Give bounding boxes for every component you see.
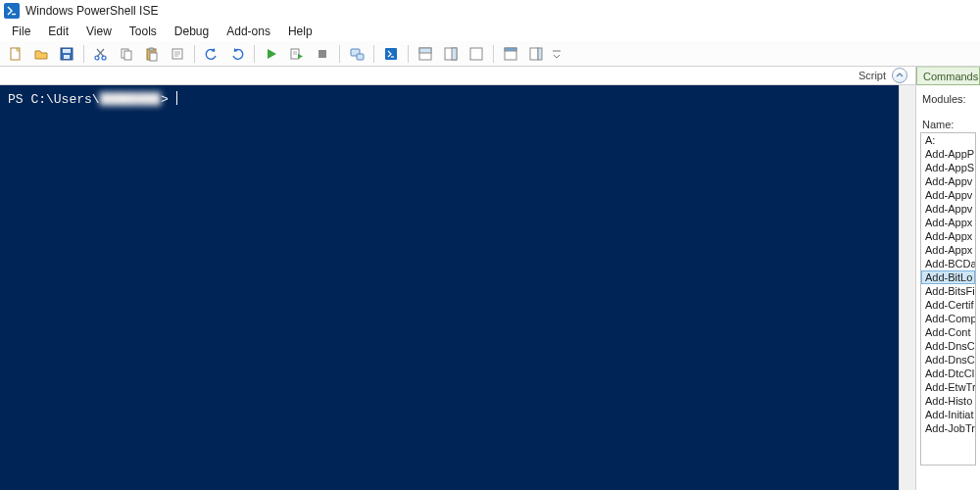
svg-rect-33 xyxy=(530,48,538,60)
svg-point-8 xyxy=(102,56,106,60)
layout-right-button[interactable] xyxy=(439,43,463,65)
toolbar-overflow-button[interactable] xyxy=(550,43,564,65)
svg-rect-34 xyxy=(538,48,542,60)
command-list-item[interactable]: Add-BCDa xyxy=(921,257,975,270)
svg-rect-21 xyxy=(318,50,326,58)
toolbar xyxy=(0,41,980,67)
run-selection-button[interactable] xyxy=(285,43,309,65)
cut-button[interactable] xyxy=(89,43,113,65)
command-list-item[interactable]: Add-Comp xyxy=(921,312,975,325)
toolbar-separator xyxy=(194,45,195,63)
command-list-item[interactable]: Add-Certif xyxy=(921,298,975,312)
new-file-button[interactable] xyxy=(4,43,27,65)
svg-rect-30 xyxy=(470,48,482,60)
show-command-window-button[interactable] xyxy=(499,43,522,65)
stop-button[interactable] xyxy=(311,43,334,65)
toolbar-separator xyxy=(339,45,340,63)
svg-rect-27 xyxy=(419,48,431,53)
command-list-item[interactable]: Add-Histo xyxy=(921,394,975,408)
command-list-item[interactable]: Add-DnsC xyxy=(921,353,975,367)
layout-top-button[interactable] xyxy=(414,43,437,65)
command-list-item[interactable]: Add-AppP xyxy=(921,147,975,161)
command-list-item[interactable]: A: xyxy=(921,133,975,147)
menu-tools[interactable]: Tools xyxy=(122,23,165,40)
save-button[interactable] xyxy=(55,43,78,65)
svg-rect-13 xyxy=(150,53,157,61)
run-script-button[interactable] xyxy=(260,43,283,65)
command-list-item[interactable]: Add-Appx xyxy=(921,216,975,229)
console-caret xyxy=(176,91,177,105)
commands-tab-label: Commands xyxy=(923,71,978,82)
copy-button[interactable] xyxy=(115,43,138,65)
command-list-item[interactable]: Add-BitsFi xyxy=(921,284,975,298)
command-list-item[interactable]: Add-JobTr xyxy=(921,421,975,435)
toolbar-separator xyxy=(373,45,374,63)
command-list-item[interactable]: Add-Appx xyxy=(921,243,975,257)
menu-file[interactable]: File xyxy=(4,23,38,40)
paste-button[interactable] xyxy=(140,43,164,65)
svg-rect-3 xyxy=(63,49,71,53)
modules-label: Modules: xyxy=(922,93,976,105)
svg-rect-29 xyxy=(452,48,457,60)
start-powershell-button[interactable] xyxy=(379,43,403,65)
toolbar-separator xyxy=(408,45,409,63)
menu-view[interactable]: View xyxy=(78,23,120,40)
svg-rect-4 xyxy=(64,55,70,59)
name-label: Name: xyxy=(922,119,976,130)
collapse-script-pane-button[interactable] xyxy=(892,68,907,83)
undo-button[interactable] xyxy=(200,43,223,65)
command-list-item[interactable]: Add-BitLo xyxy=(921,270,975,284)
console-pane[interactable]: PS C:\Users\████████> xyxy=(0,85,899,490)
toolbar-separator xyxy=(254,45,255,63)
layout-max-button[interactable] xyxy=(465,43,488,65)
open-file-button[interactable] xyxy=(29,43,53,65)
svg-rect-23 xyxy=(357,54,364,60)
console-scrollbar[interactable] xyxy=(899,85,915,490)
command-list-item[interactable]: Add-DnsC xyxy=(921,339,975,353)
toolbar-separator xyxy=(493,45,494,63)
commands-body: Modules: Name: A:Add-AppPAdd-AppSAdd-App… xyxy=(916,85,980,490)
script-pane-tab-label[interactable]: Script xyxy=(858,70,886,81)
main-area: Script PS C:\Users\████████> Commands Mo… xyxy=(0,67,980,490)
window-title: Windows PowerShell ISE xyxy=(25,4,158,18)
command-list-item[interactable]: Add-EtwTr xyxy=(921,380,975,394)
console-prompt-user: ████████ xyxy=(100,92,161,107)
svg-rect-12 xyxy=(149,48,154,51)
commands-tab[interactable]: Commands xyxy=(916,67,980,85)
show-command-addon-button[interactable] xyxy=(524,43,548,65)
console-wrap: PS C:\Users\████████> xyxy=(0,85,915,490)
commands-list[interactable]: A:Add-AppPAdd-AppSAdd-AppvAdd-AppvAdd-Ap… xyxy=(920,132,976,466)
console-prompt-prefix: PS C:\Users\ xyxy=(8,92,100,107)
command-list-item[interactable]: Add-Cont xyxy=(921,325,975,339)
command-list-item[interactable]: Add-Initiat xyxy=(921,408,975,421)
command-list-item[interactable]: Add-Appv xyxy=(921,174,975,188)
command-list-item[interactable]: Add-Appx xyxy=(921,229,975,243)
command-list-item[interactable]: Add-Appv xyxy=(921,202,975,216)
command-list-item[interactable]: Add-AppS xyxy=(921,161,975,174)
command-list-item[interactable]: Add-Appv xyxy=(921,188,975,202)
commands-addon-pane: Commands Modules: Name: A:Add-AppPAdd-Ap… xyxy=(915,67,980,490)
menu-edit[interactable]: Edit xyxy=(40,23,76,40)
clear-button[interactable] xyxy=(166,43,189,65)
svg-point-7 xyxy=(95,56,99,60)
script-pane-header: Script xyxy=(0,67,915,85)
command-list-item[interactable]: Add-DtcCl xyxy=(921,367,975,380)
svg-rect-10 xyxy=(124,51,131,60)
remote-tab-button[interactable] xyxy=(345,43,368,65)
title-bar: Windows PowerShell ISE xyxy=(0,0,980,22)
menu-add-ons[interactable]: Add-ons xyxy=(219,23,278,40)
editor-console-pane: Script PS C:\Users\████████> xyxy=(0,67,915,490)
console-prompt-suffix: > xyxy=(161,92,176,107)
menu-help[interactable]: Help xyxy=(280,23,320,40)
app-icon xyxy=(4,3,20,19)
menu-debug[interactable]: Debug xyxy=(167,23,217,40)
svg-rect-32 xyxy=(505,48,516,51)
menu-bar: FileEditViewToolsDebugAdd-onsHelp xyxy=(0,22,980,41)
redo-button[interactable] xyxy=(225,43,249,65)
toolbar-separator xyxy=(83,45,84,63)
